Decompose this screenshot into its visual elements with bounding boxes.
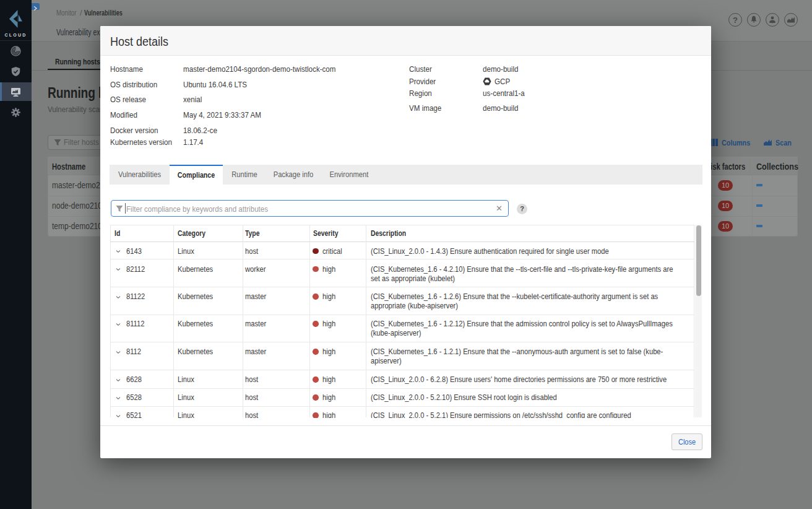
- svg-text:?: ?: [733, 15, 738, 25]
